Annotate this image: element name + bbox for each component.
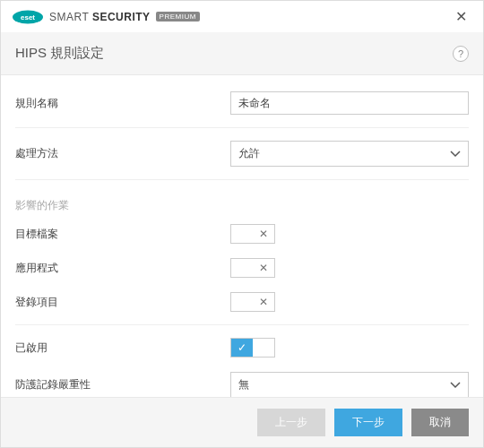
- row-target-files: 目標檔案 ✕: [15, 217, 469, 251]
- severity-select-value: 無: [238, 377, 249, 392]
- chevron-down-icon: [450, 148, 461, 160]
- toggle-left: [231, 259, 253, 277]
- label-action: 處理方法: [15, 146, 230, 161]
- row-applications: 應用程式 ✕: [15, 251, 469, 285]
- back-button[interactable]: 上一步: [257, 409, 325, 436]
- action-select-value: 允許: [238, 146, 260, 161]
- label-applications: 應用程式: [15, 261, 230, 276]
- dialog-header: HIPS 規則設定 ?: [1, 32, 483, 75]
- help-icon: ?: [458, 48, 463, 59]
- cross-icon: ✕: [253, 225, 274, 243]
- dialog-window: eset SMART SECURITY PREMIUM ✕ HIPS 規則設定 …: [0, 0, 484, 448]
- target-files-toggle[interactable]: ✕: [230, 224, 275, 244]
- section-affected-label: 影響的作業: [15, 185, 469, 217]
- brand-text: SMART SECURITY: [49, 11, 151, 23]
- row-enabled: 已啟用 ✓: [15, 331, 469, 365]
- close-button[interactable]: ✕: [450, 6, 472, 27]
- severity-select[interactable]: 無: [230, 372, 469, 397]
- cross-icon: ✕: [253, 259, 274, 277]
- dialog-footer: 上一步 下一步 取消: [1, 397, 483, 447]
- toggle-left: [231, 293, 253, 311]
- close-icon: ✕: [455, 9, 467, 24]
- row-rule-name: 規則名稱: [15, 84, 469, 122]
- registry-toggle[interactable]: ✕: [230, 292, 275, 312]
- eset-logo-icon: eset: [12, 10, 44, 24]
- label-registry: 登錄項目: [15, 295, 230, 310]
- chevron-down-icon: [450, 379, 461, 392]
- label-severity: 防護記錄嚴重性: [15, 377, 230, 392]
- check-icon: ✓: [231, 339, 253, 357]
- cancel-button[interactable]: 取消: [411, 409, 469, 436]
- toggle-left: [231, 225, 253, 243]
- label-rule-name: 規則名稱: [15, 96, 230, 111]
- label-enabled: 已啟用: [15, 340, 230, 356]
- brand-badge: PREMIUM: [156, 12, 200, 22]
- next-button[interactable]: 下一步: [334, 409, 402, 436]
- divider: [15, 324, 469, 325]
- enabled-toggle[interactable]: ✓: [230, 338, 275, 358]
- brand: eset SMART SECURITY PREMIUM: [12, 10, 200, 24]
- brand-name-bold: SECURITY: [92, 11, 151, 23]
- titlebar: eset SMART SECURITY PREMIUM ✕: [1, 1, 483, 32]
- label-target-files: 目標檔案: [15, 227, 230, 242]
- cross-icon: ✕: [253, 293, 274, 311]
- rule-name-input[interactable]: [230, 91, 469, 115]
- row-action: 處理方法 允許: [15, 134, 469, 174]
- brand-name-light: SMART: [49, 11, 89, 23]
- divider: [15, 127, 469, 128]
- svg-text:eset: eset: [21, 13, 35, 22]
- row-severity: 防護記錄嚴重性 無: [15, 365, 469, 397]
- applications-toggle[interactable]: ✕: [230, 258, 275, 278]
- page-title: HIPS 規則設定: [15, 45, 104, 62]
- row-registry: 登錄項目 ✕: [15, 285, 469, 319]
- toggle-right: [253, 339, 274, 357]
- divider: [15, 179, 469, 180]
- form-content: 規則名稱 處理方法 允許 影響的作業 目標檔案: [1, 75, 483, 397]
- help-button[interactable]: ?: [453, 46, 469, 62]
- action-select[interactable]: 允許: [230, 141, 469, 167]
